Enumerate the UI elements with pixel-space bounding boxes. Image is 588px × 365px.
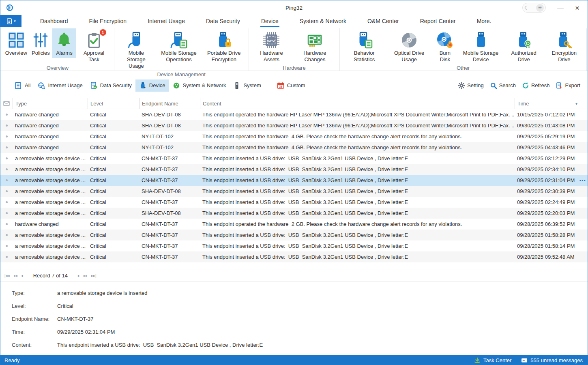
cell-content: This endpoint inserted a USB drive: USB … bbox=[200, 243, 515, 249]
ribbon-behavior-statistics[interactable]: Behavior Statistics bbox=[342, 28, 386, 64]
table-row[interactable]: hardware changed Critical SHA-DEV-DT-08 … bbox=[0, 120, 588, 131]
refresh-button[interactable]: Refresh bbox=[521, 81, 551, 90]
header-mail-column[interactable] bbox=[0, 98, 13, 109]
tab-om-center[interactable]: O&M Center bbox=[357, 15, 410, 27]
pager-first-button[interactable]: |◂◂ bbox=[4, 273, 10, 278]
status-bar: Ready Task Center 555 unread messages bbox=[0, 355, 588, 365]
minimize-button[interactable]: — bbox=[557, 4, 564, 11]
cell-content: This endpoint inserted a USB drive: USB … bbox=[200, 232, 515, 238]
cell-time: 09/29/2025 04:43:46 PM bbox=[517, 144, 575, 150]
search-icon bbox=[490, 82, 497, 89]
alarm-detail-panel: Type: a removable storage device is inse… bbox=[0, 281, 588, 355]
tab-file-encryption[interactable]: File Encryption bbox=[79, 15, 137, 27]
filter-system[interactable]: System bbox=[230, 79, 264, 92]
ribbon-authorized-drive[interactable]: Authorized Drive bbox=[504, 28, 544, 64]
table-row[interactable]: a removable storage device ... Critical … bbox=[0, 197, 588, 208]
filter-data-security[interactable]: Data Security bbox=[86, 79, 135, 92]
cpu-chip-icon: CPU bbox=[262, 31, 280, 49]
dark-mode-icon[interactable]: ☾ bbox=[524, 5, 529, 11]
table-row[interactable]: a removable storage device ... Critical … bbox=[0, 230, 588, 240]
light-mode-button[interactable]: ☀ bbox=[536, 4, 544, 12]
alarm-table-body: hardware changed Critical SHA-DEV-DT-08 … bbox=[0, 109, 588, 262]
cell-type: a removable storage device ... bbox=[13, 254, 88, 260]
tab-more[interactable]: More. bbox=[466, 15, 502, 27]
ribbon-alarms[interactable]: Alarms bbox=[52, 28, 76, 58]
table-row[interactable]: a removable storage device ... Critical … bbox=[0, 186, 588, 197]
usb-rosette-icon bbox=[515, 31, 533, 49]
ribbon-mobile-storage-device[interactable]: Mobile Storage Device bbox=[458, 28, 504, 64]
cell-endpoint-name: CN-MKT-DT-37 bbox=[139, 254, 200, 260]
ribbon-hardware-assets[interactable]: CPU Hardware Assets bbox=[251, 28, 292, 64]
tab-data-security[interactable]: Data Security bbox=[195, 15, 251, 27]
search-button[interactable]: Search bbox=[489, 81, 517, 90]
cell-time: 09/30/2025 01:43:08 PM bbox=[517, 122, 575, 129]
header-type[interactable]: Type bbox=[13, 98, 88, 109]
task-center-button[interactable]: Task Center bbox=[474, 357, 511, 363]
row-more-icon[interactable]: ••• bbox=[579, 178, 586, 183]
ribbon-group-other: Behavior Statistics Optical Drive Usage bbox=[340, 28, 587, 71]
ribbon-burn-disk[interactable]: Burn Disk bbox=[432, 28, 458, 64]
table-row[interactable]: a removable storage device ... Critical … bbox=[0, 164, 588, 175]
header-endpoint-name[interactable]: Endpoint Name bbox=[139, 98, 200, 109]
ribbon-mobile-storage-operations[interactable]: Mobile Storage Operations bbox=[156, 28, 202, 64]
table-row[interactable]: hardware changed Critical NY-IT-DT-102 T… bbox=[0, 131, 588, 142]
table-row[interactable]: hardware changed Critical SHA-DEV-DT-08 … bbox=[0, 109, 588, 120]
ribbon-encryption-drive[interactable]: Encryption Drive bbox=[544, 28, 584, 64]
cell-endpoint-name: SHA-DEV-DT-08 bbox=[139, 188, 200, 194]
alarm-dot-icon bbox=[6, 125, 8, 127]
ribbon-optical-drive-usage[interactable]: Optical Drive Usage bbox=[386, 28, 432, 64]
table-row[interactable]: a removable storage device ... Critical … bbox=[0, 251, 588, 262]
header-level[interactable]: Level bbox=[88, 98, 139, 109]
setting-button[interactable]: Setting bbox=[457, 81, 484, 90]
refresh-icon bbox=[522, 82, 529, 89]
unread-messages-button[interactable]: 555 unread messages bbox=[521, 357, 583, 363]
cell-type: hardware changed bbox=[13, 144, 88, 150]
ribbon-approval-task[interactable]: 1 Approval Task bbox=[76, 28, 112, 64]
ribbon-hardware-changes[interactable]: Hardware Changes bbox=[292, 28, 337, 64]
approval-badge: 1 bbox=[100, 29, 106, 36]
table-row[interactable]: a removable storage device ... Critical … bbox=[0, 240, 588, 251]
table-row[interactable]: a removable storage device ... Critical … bbox=[0, 208, 588, 219]
usb-lock-icon bbox=[215, 31, 233, 49]
table-row[interactable]: hardware changed Critical NY-IT-DT-102 T… bbox=[0, 142, 588, 153]
ribbon-policies[interactable]: Policies bbox=[29, 28, 52, 58]
tab-device[interactable]: Device bbox=[251, 15, 289, 27]
filter-system-network[interactable]: System & Network bbox=[169, 79, 230, 92]
filter-custom[interactable]: 23 Custom bbox=[273, 79, 309, 92]
report-menu-icon bbox=[6, 18, 13, 25]
header-content[interactable]: Content bbox=[200, 98, 515, 109]
tab-system-network[interactable]: System & Network bbox=[289, 15, 357, 27]
pager-next-button[interactable]: ▸ bbox=[78, 273, 80, 278]
tab-report-center[interactable]: Report Center bbox=[410, 15, 466, 27]
table-row[interactable]: a removable storage device ... Critical … bbox=[0, 153, 588, 164]
filter-internet-usage[interactable]: Internet Usage bbox=[34, 79, 86, 92]
pager-fast-next-button[interactable]: ▸▸ bbox=[84, 273, 88, 278]
filter-all[interactable]: All bbox=[11, 79, 34, 92]
filter-device[interactable]: Device bbox=[135, 79, 169, 92]
ribbon-overview[interactable]: Overview bbox=[3, 28, 29, 58]
tab-internet-usage[interactable]: Internet Usage bbox=[137, 15, 195, 27]
pager-prev-button[interactable]: ◂ bbox=[21, 273, 23, 278]
filter-toolbar: All Internet Usage Data Security bbox=[0, 79, 588, 92]
usb-plug-list-icon bbox=[170, 31, 188, 49]
cell-content: This endpoint inserted a USB drive: USB … bbox=[200, 155, 515, 161]
clipboard-check-icon: 1 bbox=[85, 31, 103, 49]
cell-level: Critical bbox=[88, 133, 139, 140]
export-button[interactable]: Export bbox=[555, 81, 581, 90]
ribbon-mobile-storage-usage[interactable]: Mobile Storage Usage bbox=[116, 28, 156, 71]
table-row[interactable]: hardware changed Critical CN-MKT-DT-37 T… bbox=[0, 219, 588, 230]
header-time[interactable]: Time ▾ bbox=[515, 98, 581, 109]
cell-endpoint-name: CN-MKT-DT-37 bbox=[139, 199, 200, 205]
theme-toggle[interactable]: ☾ ☀ bbox=[522, 3, 546, 13]
main-menu-button[interactable]: ▾ bbox=[0, 15, 21, 27]
sliders-icon bbox=[32, 31, 49, 49]
window-title: Ping32 bbox=[285, 5, 303, 11]
close-button[interactable]: × bbox=[575, 4, 579, 12]
tab-dashboard[interactable]: Dashboard bbox=[30, 15, 79, 27]
ribbon-portable-drive-encryption[interactable]: Portable Drive Encryption bbox=[202, 28, 247, 64]
cell-level: Critical bbox=[88, 122, 139, 129]
pager-last-button[interactable]: ▸▸| bbox=[91, 273, 97, 278]
alarm-dot-icon bbox=[6, 114, 8, 116]
table-row[interactable]: a removable storage device ... Critical … bbox=[0, 175, 588, 186]
pager-fast-prev-button[interactable]: ◂◂ bbox=[13, 273, 17, 278]
